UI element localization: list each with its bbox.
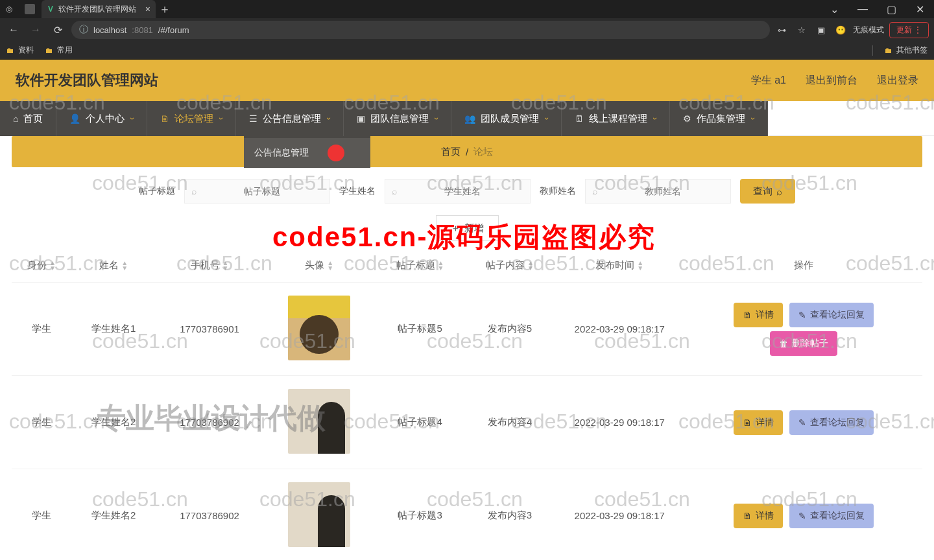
bookmark-item[interactable]: 🖿资料 [6,45,34,56]
delete-button[interactable]: 🗑删除帖子 [770,331,837,356]
app-icon: ◎ [0,0,18,18]
cell-title: 帖子标题4 [375,376,464,469]
th-phone[interactable]: 手机号▲▼ [156,249,263,283]
close-window-icon[interactable]: ✕ [905,3,934,16]
cell-time: 2022-03-29 09:18:17 [555,469,684,561]
table-row: 学生 学生姓名2 17703786902 帖子标题4 发布内容4 2022-03… [12,376,922,469]
doc-icon: 🗎 [743,511,752,521]
cell-phone: 17703786901 [156,283,263,376]
search-icon: ⌕ [392,186,397,196]
incognito-label: 无痕模式 [853,25,884,36]
extensions-icon[interactable]: ▣ [814,25,828,35]
add-button[interactable]: ＋新增 [436,215,499,241]
bookmark-item[interactable]: 🖿常用 [45,45,73,56]
nav-home[interactable]: ⌂首页 [0,101,56,136]
breadcrumb-root[interactable]: 首页 [441,146,461,158]
nav-team-members[interactable]: 👥团队成员管理 [451,101,562,136]
cell-content: 发布内容4 [465,376,555,469]
maximize-icon[interactable]: ▢ [877,3,905,16]
other-bookmarks[interactable]: 🖿其他书签 [885,45,928,56]
th-content[interactable]: 帖子内容▲▼ [465,249,555,283]
browser-tab-active[interactable]: V 软件开发团队管理网站 × [42,0,156,18]
main-nav: ⌂首页 👤个人中心 🗎论坛管理 ☰公告信息管理 ▣团队信息管理 👥团队成员管理 … [0,101,934,136]
sort-icon: ▲▼ [327,261,333,271]
view-replies-button[interactable]: ✎查看论坛回复 [789,303,874,327]
forward-icon[interactable]: → [27,24,44,36]
key-icon[interactable]: ⊶ [775,25,789,35]
view-replies-button[interactable]: ✎查看论坛回复 [789,410,874,435]
cell-time: 2022-03-29 09:18:17 [555,283,684,376]
edit-icon: ✎ [798,310,806,320]
nav-portfolio[interactable]: ⚙作品集管理 [670,101,768,136]
user-icon: 👤 [69,113,80,124]
blank-tab-icon[interactable] [25,4,35,14]
back-icon[interactable]: ← [5,24,22,36]
site-info-icon[interactable]: ⓘ [79,24,88,36]
th-role[interactable]: 身份▲▼ [12,249,71,283]
nav-profile[interactable]: 👤个人中心 [56,101,147,136]
search-icon: ⌕ [592,186,597,196]
plus-icon: ＋ [451,222,461,235]
th-name[interactable]: 姓名▲▼ [71,249,156,283]
cell-content: 发布内容5 [465,283,555,376]
cell-title: 帖子标题3 [375,469,464,561]
filter-title-input[interactable]: ⌕ [184,179,330,204]
th-title[interactable]: 帖子标题▲▼ [375,249,464,283]
folder-icon: 🖿 [885,46,892,55]
logout-link[interactable]: 退出登录 [877,74,918,88]
nav-online-course[interactable]: 🗓线上课程管理 [562,101,670,136]
breadcrumb-current: 论坛 [473,146,493,158]
th-time[interactable]: 发布时间▲▼ [555,249,684,283]
cell-avatar [263,283,375,376]
doc-icon: 🗎 [743,417,752,428]
cell-avatar [263,469,375,561]
page-header: 软件开发团队管理网站 学生 a1 退出到前台 退出登录 [0,60,934,101]
cell-avatar [263,376,375,469]
nav-forum[interactable]: 🗎论坛管理 [147,101,236,136]
chevron-down-icon[interactable]: ⌄ [820,3,848,16]
reload-icon[interactable]: ⟳ [49,24,66,36]
edit-icon: ✎ [798,511,806,521]
cell-actions: 🗎详情 ✎查看论坛回复 [684,469,922,561]
sort-icon: ▲▼ [438,261,444,271]
nav-announcement[interactable]: ☰公告信息管理 [236,101,344,136]
data-table: 身份▲▼ 姓名▲▼ 手机号▲▼ 头像▲▼ 帖子标题▲▼ 帖子内容▲▼ 发布时间▲… [12,249,922,560]
list-icon: 🗎 [160,113,169,124]
detail-button[interactable]: 🗎详情 [734,410,783,435]
cell-name: 学生姓名1 [71,283,156,376]
minimize-icon[interactable]: — [848,3,877,15]
detail-button[interactable]: 🗎详情 [734,303,783,327]
cell-role: 学生 [12,469,71,561]
trash-icon: 🗑 [779,338,788,349]
nav-dropdown-menu: 公告信息管理 [244,136,370,168]
star-icon[interactable]: ☆ [795,25,809,35]
cell-role: 学生 [12,283,71,376]
user-label[interactable]: 学生 a1 [751,74,786,88]
new-tab-button[interactable]: ＋ [156,1,174,17]
people-icon: 👥 [464,113,475,124]
dropdown-item-announcement[interactable]: 公告信息管理 [244,138,370,168]
avatar [288,296,350,360]
bookmarks-bar: 🖿资料 🖿常用 🖿其他书签 [0,41,934,60]
nav-team-info[interactable]: ▣团队信息管理 [344,101,451,136]
cell-phone: 17703786902 [156,469,263,561]
view-replies-button[interactable]: ✎查看论坛回复 [789,504,874,528]
search-button[interactable]: 查询⌕ [740,179,795,204]
filter-label-student: 学生姓名 [339,185,376,197]
detail-button[interactable]: 🗎详情 [734,504,783,528]
filter-teacher-input[interactable]: ⌕ [585,179,731,204]
url-field[interactable]: ⓘ localhost:8081/#/forum [71,21,770,39]
doc-icon: 🗎 [743,310,752,320]
goto-front-link[interactable]: 退出到前台 [806,74,857,88]
th-actions: 操作 [684,249,922,283]
cell-name: 学生姓名2 [71,469,156,561]
update-button[interactable]: 更新 ⋮ [889,22,929,38]
table-row: 学生 学生姓名2 17703786902 帖子标题3 发布内容3 2022-03… [12,469,922,561]
filter-student-input[interactable]: ⌕ [385,179,531,204]
filter-label-teacher: 教师姓名 [540,185,576,197]
folder-icon: 🖿 [6,46,14,55]
close-icon[interactable]: × [145,4,150,14]
sort-icon: ▲▼ [49,261,56,271]
th-avatar[interactable]: 头像▲▼ [263,249,375,283]
gear-icon: ⚙ [683,113,691,124]
